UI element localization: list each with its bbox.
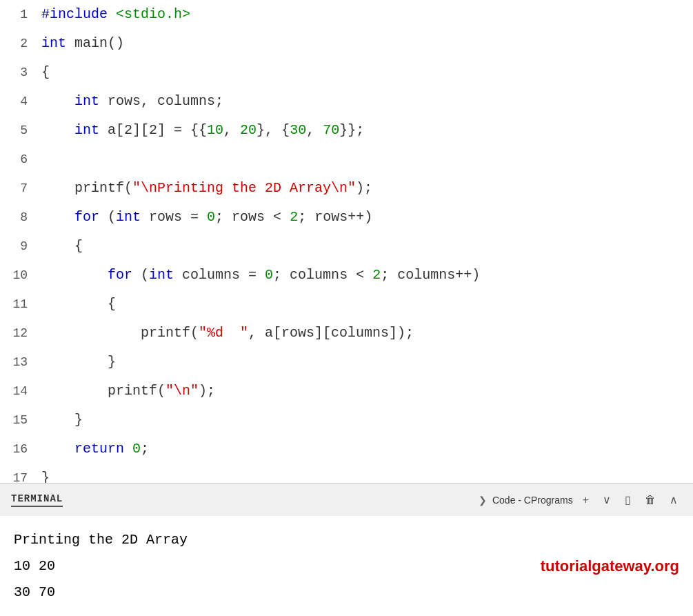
code-line: 12 printf("%d ", a[rows][columns]); [0, 319, 693, 348]
line-number: 17 [0, 464, 41, 483]
code-token: } [41, 354, 116, 370]
code-token: return [74, 441, 124, 457]
line-number: 13 [0, 348, 41, 377]
terminal-add-button[interactable]: + [579, 493, 593, 508]
code-line: 6 [0, 145, 693, 174]
terminal-label: TERMINAL [11, 493, 63, 507]
code-token: 30 [290, 122, 306, 138]
code-token: } [41, 470, 50, 483]
code-content: printf("\nPrinting the 2D Array\n"); [41, 174, 693, 203]
code-token: { [41, 64, 50, 80]
code-line: 11 { [0, 290, 693, 319]
code-token [41, 441, 74, 457]
code-content: { [41, 58, 693, 87]
code-token: } [41, 412, 83, 428]
code-token [41, 93, 74, 109]
code-line: 10 for (int columns = 0; columns < 2; co… [0, 261, 693, 290]
code-token: int [41, 35, 66, 51]
code-token [41, 122, 74, 138]
code-content: for (int rows = 0; rows < 2; rows++) [41, 203, 693, 232]
code-token: 0 [265, 267, 273, 283]
line-number: 2 [0, 29, 41, 58]
line-number: 11 [0, 290, 41, 319]
code-content: { [41, 290, 693, 319]
code-content: { [41, 232, 693, 261]
code-line: 4 int rows, columns; [0, 87, 693, 116]
line-number: 5 [0, 116, 41, 145]
code-token [124, 441, 132, 457]
code-content: int a[2][2] = {{10, 20}, {30, 70}}; [41, 116, 693, 145]
code-token: rows, columns; [99, 93, 223, 109]
code-line: 8 for (int rows = 0; rows < 2; rows++) [0, 203, 693, 232]
watermark: tutorialgateway.org [541, 557, 679, 575]
code-line: 15 } [0, 406, 693, 435]
code-content: } [41, 464, 693, 483]
line-number: 12 [0, 319, 41, 348]
output-line: 30 70 [14, 579, 679, 606]
code-token: "\nPrinting the 2D Array\n" [132, 180, 356, 196]
code-token: ); [199, 383, 215, 399]
code-token: a[2][2] = {{ [99, 122, 207, 138]
code-content: for (int columns = 0; columns < 2; colum… [41, 261, 693, 290]
code-content: printf("\n"); [41, 377, 693, 406]
code-line: 9 { [0, 232, 693, 261]
code-token: , [306, 122, 323, 138]
code-content: return 0; [41, 435, 693, 464]
code-token: , a[rows][columns]); [248, 325, 414, 341]
output-line: Printing the 2D Array [14, 527, 679, 553]
code-line: 1#include <stdio.h> [0, 0, 693, 29]
code-token [41, 209, 74, 225]
code-token: <stdio.h> [116, 6, 190, 22]
terminal-prompt-icon: ❯ [479, 495, 487, 506]
code-token: ; columns < [273, 267, 372, 283]
code-token: }}; [339, 122, 372, 138]
code-token: int [74, 93, 99, 109]
code-token: ; [141, 441, 149, 457]
code-token: 70 [323, 122, 339, 138]
line-number: 1 [0, 0, 41, 29]
code-line: 7 printf("\nPrinting the 2D Array\n"); [0, 174, 693, 203]
code-token: 0 [132, 441, 141, 457]
code-token: { [41, 238, 83, 254]
terminal-caret-button[interactable]: ∧ [665, 492, 682, 508]
code-token: int [74, 122, 99, 138]
code-token: ); [356, 180, 372, 196]
terminal-trash-button[interactable]: 🗑 [641, 493, 660, 508]
code-token: 0 [207, 209, 215, 225]
code-line: 17} [0, 464, 693, 483]
code-token: columns = [174, 267, 265, 283]
code-token: for [74, 209, 99, 225]
line-number: 8 [0, 203, 41, 232]
code-token: 2 [372, 267, 381, 283]
code-token: main() [66, 35, 124, 51]
code-line: 3{ [0, 58, 693, 87]
code-token: 10 [207, 122, 223, 138]
line-number: 6 [0, 145, 41, 174]
terminal-split-button[interactable]: ▯ [621, 492, 635, 508]
code-content: printf("%d ", a[rows][columns]); [41, 319, 693, 348]
code-editor: 1#include <stdio.h>2int main()3{4 int ro… [0, 0, 693, 483]
line-number: 10 [0, 261, 41, 290]
code-token: int [116, 209, 141, 225]
terminal-chevron-button[interactable]: ∨ [599, 492, 615, 508]
line-number: 9 [0, 232, 41, 261]
code-line: 16 return 0; [0, 435, 693, 464]
code-content: } [41, 348, 693, 377]
code-token: }, { [257, 122, 290, 138]
terminal-controls: ❯ Code - CPrograms + ∨ ▯ 🗑 ∧ [479, 492, 682, 508]
code-line: 5 int a[2][2] = {{10, 20}, {30, 70}}; [0, 116, 693, 145]
code-token: rows = [141, 209, 207, 225]
code-token: printf( [41, 180, 132, 196]
code-token: 20 [240, 122, 257, 138]
code-token: , [223, 122, 240, 138]
code-token: printf( [41, 383, 165, 399]
code-content: } [41, 406, 693, 435]
terminal-output: Printing the 2D Array10 2030 70 tutorial… [0, 516, 693, 616]
terminal-title: Code - CPrograms [492, 495, 573, 506]
code-token: ; rows < [215, 209, 290, 225]
code-token: ; columns++) [381, 267, 480, 283]
code-token [41, 267, 108, 283]
code-token: 2 [290, 209, 298, 225]
code-token: ( [132, 267, 149, 283]
code-token: ; rows++) [298, 209, 372, 225]
